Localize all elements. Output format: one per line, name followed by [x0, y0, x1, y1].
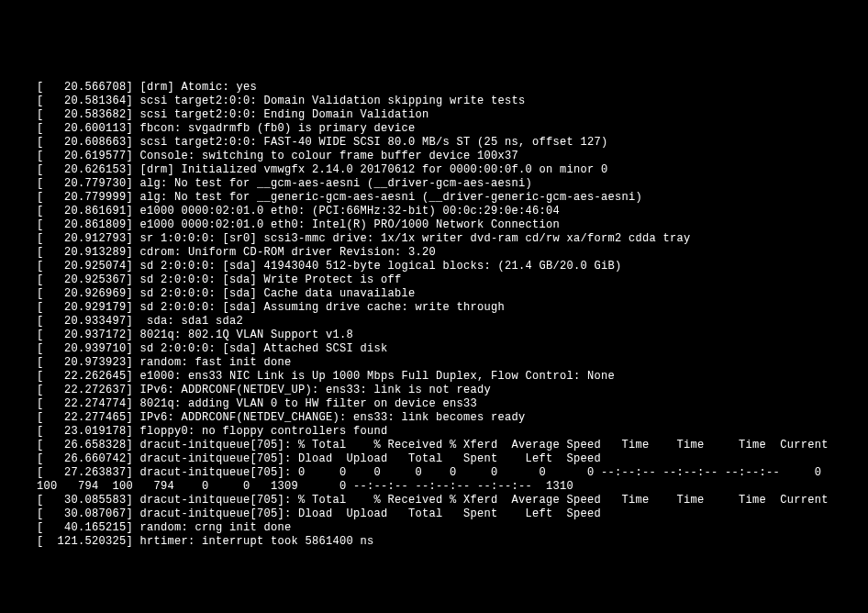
log-line: [ 20.973923] random: fast init done [37, 356, 868, 370]
log-line: [ 30.085583] dracut-initqueue[705]: % To… [37, 494, 868, 507]
log-line: [ 22.274774] 8021q: adding VLAN 0 to HW … [37, 397, 868, 411]
log-line: [ 30.087067] dracut-initqueue[705]: Dloa… [37, 507, 868, 521]
log-line: [ 20.619577] Console: switching to colou… [37, 150, 868, 163]
log-line: [ 20.925367] sd 2:0:0:0: [sda] Write Pro… [37, 273, 868, 287]
log-line: [ 20.779999] alg: No test for __generic-… [37, 191, 868, 205]
log-line: [ 20.912793] sr 1:0:0:0: [sr0] scsi3-mmc… [37, 232, 868, 246]
log-line: [ 20.913289] cdrom: Uniform CD-ROM drive… [37, 246, 868, 260]
log-line: [ 22.262645] e1000: ens33 NIC Link is Up… [37, 370, 868, 384]
log-line: [ 20.926969] sd 2:0:0:0: [sda] Cache dat… [37, 287, 868, 301]
log-line: [ 20.861691] e1000 0000:02:01.0 eth0: (P… [37, 205, 868, 218]
boot-console-output: [ 20.566708] [drm] Atomic: yes[ 20.58136… [37, 81, 868, 549]
log-line: [ 20.937172] 8021q: 802.1Q VLAN Support … [37, 329, 868, 342]
log-line: [ 20.925074] sd 2:0:0:0: [sda] 41943040 … [37, 260, 868, 273]
log-line: [ 20.581364] scsi target2:0:0: Domain Va… [37, 95, 868, 108]
log-line: [ 22.277465] IPv6: ADDRCONF(NETDEV_CHANG… [37, 411, 868, 425]
log-line: [ 23.019178] floppy0: no floppy controll… [37, 425, 868, 439]
log-line: [ 40.165215] random: crng init done [37, 521, 868, 535]
log-line: [ 26.658328] dracut-initqueue[705]: % To… [37, 439, 868, 452]
log-line: [ 121.520325] hrtimer: interrupt took 58… [37, 535, 868, 549]
log-line: [ 20.583682] scsi target2:0:0: Ending Do… [37, 108, 868, 122]
log-line: 100 794 100 794 0 0 1309 0 --:--:-- --:-… [37, 480, 868, 494]
log-line: [ 20.600113] fbcon: svgadrmfb (fb0) is p… [37, 122, 868, 136]
log-line: [ 22.272637] IPv6: ADDRCONF(NETDEV_UP): … [37, 384, 868, 397]
log-line: [ 20.626153] [drm] Initialized vmwgfx 2.… [37, 163, 868, 177]
log-line: [ 26.660742] dracut-initqueue[705]: Dloa… [37, 452, 868, 466]
log-line: [ 20.861809] e1000 0000:02:01.0 eth0: In… [37, 218, 868, 232]
log-line: [ 20.933497] sda: sda1 sda2 [37, 315, 868, 329]
log-line: [ 27.263837] dracut-initqueue[705]: 0 0 … [37, 466, 868, 480]
log-line: [ 20.566708] [drm] Atomic: yes [37, 81, 868, 95]
log-line: [ 20.939710] sd 2:0:0:0: [sda] Attached … [37, 342, 868, 356]
log-line: [ 20.779730] alg: No test for __gcm-aes-… [37, 177, 868, 191]
log-line: [ 20.608663] scsi target2:0:0: FAST-40 W… [37, 136, 868, 150]
log-line: [ 20.929179] sd 2:0:0:0: [sda] Assuming … [37, 301, 868, 315]
